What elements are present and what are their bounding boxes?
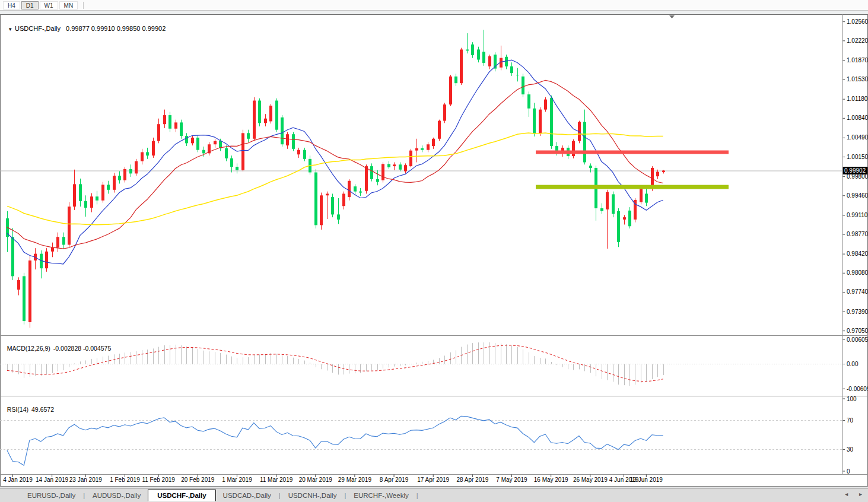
resistance-line[interactable]: [536, 150, 729, 154]
chart-title-ohlc: 0.99877 0.99910 0.99850 0.99902: [66, 25, 166, 32]
tab-separator: |: [344, 492, 346, 499]
symbol-dropdown-icon[interactable]: ▼: [8, 27, 12, 32]
svg-text:1.01530: 1.01530: [847, 76, 868, 82]
chart-title: ▼USDCHF-,Daily0.99877 0.99910 0.99850 0.…: [4, 18, 166, 32]
tab-eurchf-weekly[interactable]: EURCHF-,Weekly: [346, 491, 415, 500]
svg-text:7 May 2019: 7 May 2019: [496, 476, 527, 483]
timeframe-button-d1[interactable]: D1: [21, 1, 39, 9]
tab-separator: |: [416, 492, 418, 499]
rsi-label: RSI(14)49.6572: [4, 399, 54, 413]
svg-text:30: 30: [847, 446, 854, 453]
svg-text:28 Apr 2019: 28 Apr 2019: [456, 476, 488, 483]
svg-text:1.01180: 1.01180: [847, 96, 868, 102]
svg-text:-0.006096: -0.006096: [847, 386, 868, 392]
svg-text:0: 0: [847, 468, 850, 475]
svg-text:0.97740: 0.97740: [847, 288, 868, 295]
svg-text:17 Apr 2019: 17 Apr 2019: [417, 476, 449, 483]
svg-text:29 Mar 2019: 29 Mar 2019: [338, 476, 372, 483]
macd-label: MACD(12,26,9)-0.002828 -0.004575: [4, 338, 111, 352]
timeframe-button-w1[interactable]: W1: [40, 1, 58, 9]
svg-text:20 Mar 2019: 20 Mar 2019: [299, 476, 333, 483]
tab-audusd-daily[interactable]: AUDUSD-,Daily: [85, 491, 148, 500]
tab-separator: |: [279, 492, 281, 499]
svg-text:0.98770: 0.98770: [847, 231, 868, 237]
svg-text:1.00150: 1.00150: [847, 154, 868, 160]
toolbar-divider: [83, 2, 84, 9]
mt4-terminal: { "toolbar": { "timeframes": ["H4", "D1"…: [0, 0, 868, 502]
svg-text:0.00: 0.00: [847, 361, 859, 367]
svg-text:70: 70: [847, 417, 854, 424]
price-chart-canvas[interactable]: 1.025601.022201.018701.015301.011801.008…: [0, 0, 868, 488]
svg-text:0.99460: 0.99460: [847, 192, 868, 199]
tab-usdcad-daily[interactable]: USDCAD-,Daily: [216, 491, 278, 500]
svg-text:0.99902: 0.99902: [844, 167, 866, 174]
svg-text:1 Mar 2019: 1 Mar 2019: [222, 476, 252, 483]
tab-scroll-left[interactable]: ◂: [845, 491, 848, 497]
svg-text:0.97390: 0.97390: [847, 309, 868, 315]
svg-text:11 Feb 2019: 11 Feb 2019: [142, 476, 175, 483]
svg-text:0.99110: 0.99110: [847, 212, 868, 218]
svg-text:26 May 2019: 26 May 2019: [573, 476, 608, 483]
svg-text:4 Jan 2019: 4 Jan 2019: [3, 476, 33, 483]
tab-scroll-right[interactable]: ▸: [859, 491, 862, 497]
svg-text:20 Feb 2019: 20 Feb 2019: [181, 476, 215, 483]
rsi-value: 49.6572: [31, 406, 54, 413]
symbol-tabbar: EURUSD-,Daily| AUDUSD-,Daily USDCHF-,Dai…: [0, 488, 868, 502]
svg-text:1 Feb 2019: 1 Feb 2019: [110, 476, 140, 483]
macd-name: MACD(12,26,9): [7, 345, 50, 352]
svg-text:11 Mar 2019: 11 Mar 2019: [260, 476, 293, 483]
chart-window: [1, 15, 868, 487]
svg-text:14 Jan 2019: 14 Jan 2019: [36, 476, 68, 483]
svg-text:1.02560: 1.02560: [847, 18, 868, 25]
svg-text:0.97050: 0.97050: [847, 328, 868, 334]
rsi-name: RSI(14): [7, 406, 28, 413]
svg-text:0.98080: 0.98080: [847, 269, 868, 276]
svg-text:1.00840: 1.00840: [847, 115, 868, 121]
svg-text:16 May 2019: 16 May 2019: [534, 476, 568, 483]
tab-scroll-arrows: ◂ ▸: [835, 491, 862, 497]
svg-text:23 Jan 2019: 23 Jan 2019: [69, 476, 102, 483]
tab-usdcnh-daily[interactable]: USDCNH-,Daily: [281, 491, 344, 500]
timeframe-toolbar: H4 D1 W1 MN: [0, 0, 868, 11]
svg-text:8 Apr 2019: 8 Apr 2019: [380, 476, 409, 483]
current-price-badge: 0.99902: [843, 167, 868, 174]
tab-usdchf-daily[interactable]: USDCHF-,Daily: [148, 490, 215, 501]
tab-separator: |: [83, 492, 85, 499]
tab-eurusd-daily[interactable]: EURUSD-,Daily: [20, 491, 82, 500]
svg-text:1.02220: 1.02220: [847, 37, 868, 44]
svg-text:1.01870: 1.01870: [847, 57, 868, 63]
svg-text:0.98420: 0.98420: [847, 250, 868, 257]
svg-text:1.00490: 1.00490: [847, 134, 868, 141]
svg-text:13 Jun 2019: 13 Jun 2019: [630, 476, 663, 483]
chart-title-symbol: USDCHF-,Daily: [15, 25, 61, 32]
macd-values: -0.002828 -0.004575: [53, 345, 112, 352]
svg-text:0.006058: 0.006058: [847, 336, 868, 343]
timeframe-button-mn[interactable]: MN: [59, 1, 78, 9]
support-line[interactable]: [536, 185, 729, 189]
svg-text:100: 100: [847, 396, 857, 402]
timeframe-button-h4[interactable]: H4: [3, 1, 20, 9]
